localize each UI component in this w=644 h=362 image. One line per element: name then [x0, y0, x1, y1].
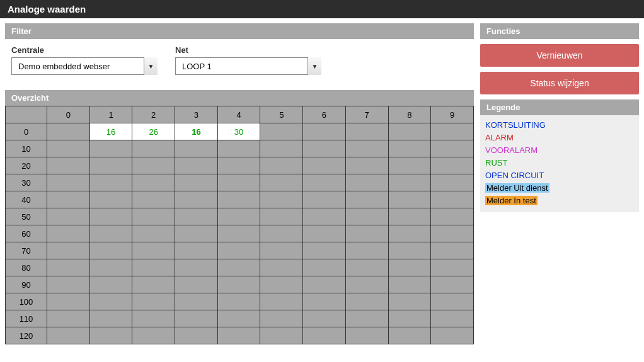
grid-cell[interactable]: [47, 259, 90, 276]
grid-cell[interactable]: [47, 242, 90, 259]
grid-cell[interactable]: [47, 327, 90, 344]
grid-cell[interactable]: [303, 276, 346, 293]
grid-cell[interactable]: [388, 157, 431, 174]
grid-cell[interactable]: [260, 276, 303, 293]
grid-cell[interactable]: [260, 208, 303, 225]
grid-cell[interactable]: [388, 310, 431, 327]
grid-cell[interactable]: [47, 174, 90, 191]
grid-cell[interactable]: [175, 327, 218, 344]
grid-cell[interactable]: [47, 293, 90, 310]
grid-cell[interactable]: [89, 140, 132, 157]
grid-cell[interactable]: [132, 225, 175, 242]
grid-cell[interactable]: [175, 174, 218, 191]
centrale-select[interactable]: Demo embedded webser: [11, 57, 158, 75]
grid-cell[interactable]: [431, 140, 474, 157]
grid-cell[interactable]: [217, 242, 260, 259]
grid-cell[interactable]: [388, 259, 431, 276]
grid-cell[interactable]: [303, 208, 346, 225]
grid-cell[interactable]: [89, 242, 132, 259]
grid-cell[interactable]: [217, 327, 260, 344]
grid-cell[interactable]: [431, 225, 474, 242]
grid-cell[interactable]: [175, 276, 218, 293]
grid-cell[interactable]: [89, 259, 132, 276]
grid-cell[interactable]: [303, 293, 346, 310]
grid-cell[interactable]: [345, 259, 388, 276]
grid-cell[interactable]: [431, 276, 474, 293]
grid-cell[interactable]: [175, 242, 218, 259]
grid-cell[interactable]: [388, 174, 431, 191]
grid-cell[interactable]: [89, 327, 132, 344]
grid-cell[interactable]: [47, 140, 90, 157]
grid-cell[interactable]: [132, 140, 175, 157]
status-change-button[interactable]: Status wijzigen: [480, 72, 639, 94]
grid-cell[interactable]: [303, 310, 346, 327]
grid-cell[interactable]: [175, 140, 218, 157]
grid-cell[interactable]: [132, 191, 175, 208]
grid-cell[interactable]: [345, 208, 388, 225]
grid-cell[interactable]: [303, 123, 346, 140]
grid-cell[interactable]: [388, 327, 431, 344]
grid-cell[interactable]: [132, 259, 175, 276]
grid-cell[interactable]: [388, 293, 431, 310]
grid-cell[interactable]: [303, 174, 346, 191]
grid-cell[interactable]: [47, 123, 90, 140]
grid-cell[interactable]: [89, 225, 132, 242]
grid-cell[interactable]: 16: [89, 123, 132, 140]
grid-cell[interactable]: [431, 293, 474, 310]
grid-cell[interactable]: 30: [217, 123, 260, 140]
grid-cell[interactable]: [345, 276, 388, 293]
grid-cell[interactable]: [303, 242, 346, 259]
grid-cell[interactable]: [89, 293, 132, 310]
grid-cell[interactable]: [431, 259, 474, 276]
grid-cell[interactable]: [431, 310, 474, 327]
grid-cell[interactable]: [89, 191, 132, 208]
grid-cell[interactable]: [431, 174, 474, 191]
grid-cell[interactable]: [345, 310, 388, 327]
grid-cell[interactable]: [89, 310, 132, 327]
grid-cell[interactable]: [175, 157, 218, 174]
net-select[interactable]: LOOP 1: [175, 57, 321, 75]
grid-cell[interactable]: [132, 276, 175, 293]
grid-cell[interactable]: [303, 225, 346, 242]
grid-cell[interactable]: [431, 191, 474, 208]
grid-cell[interactable]: [217, 259, 260, 276]
grid-cell[interactable]: [47, 157, 90, 174]
grid-cell[interactable]: 16: [175, 123, 218, 140]
grid-cell[interactable]: [431, 327, 474, 344]
grid-cell[interactable]: [303, 191, 346, 208]
grid-cell[interactable]: [345, 327, 388, 344]
grid-cell[interactable]: [260, 259, 303, 276]
grid-cell[interactable]: [260, 140, 303, 157]
grid-cell[interactable]: [431, 123, 474, 140]
grid-cell[interactable]: [47, 225, 90, 242]
grid-cell[interactable]: [388, 140, 431, 157]
grid-cell[interactable]: [132, 310, 175, 327]
grid-cell[interactable]: [132, 174, 175, 191]
grid-cell[interactable]: [388, 191, 431, 208]
grid-cell[interactable]: [89, 157, 132, 174]
refresh-button[interactable]: Vernieuwen: [480, 44, 639, 67]
grid-cell[interactable]: [47, 276, 90, 293]
grid-cell[interactable]: [217, 293, 260, 310]
grid-cell[interactable]: [260, 310, 303, 327]
grid-cell[interactable]: [345, 293, 388, 310]
grid-cell[interactable]: [132, 242, 175, 259]
grid-cell[interactable]: [431, 242, 474, 259]
grid-cell[interactable]: [388, 242, 431, 259]
grid-cell[interactable]: [217, 225, 260, 242]
grid-cell[interactable]: [217, 276, 260, 293]
grid-cell[interactable]: [345, 191, 388, 208]
grid-cell[interactable]: [260, 123, 303, 140]
grid-cell[interactable]: [260, 191, 303, 208]
grid-cell[interactable]: [431, 208, 474, 225]
grid-cell[interactable]: [89, 174, 132, 191]
grid-cell[interactable]: [217, 310, 260, 327]
grid-cell[interactable]: [303, 140, 346, 157]
grid-cell[interactable]: [47, 208, 90, 225]
grid-cell[interactable]: [345, 242, 388, 259]
grid-cell[interactable]: [175, 293, 218, 310]
grid-cell[interactable]: [217, 140, 260, 157]
grid-cell[interactable]: [388, 225, 431, 242]
grid-cell[interactable]: [47, 191, 90, 208]
grid-cell[interactable]: 26: [132, 123, 175, 140]
